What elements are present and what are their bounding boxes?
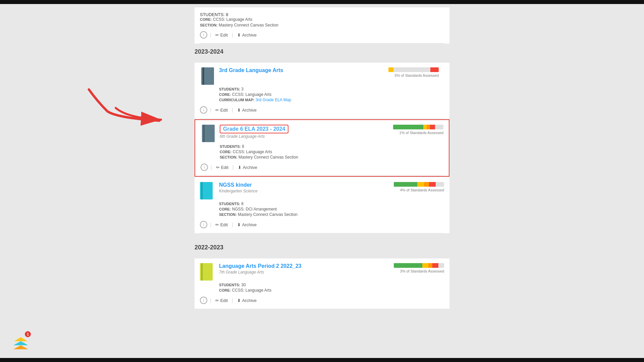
g6-students-label: STUDENTS: [220, 144, 241, 148]
stub-sep1: | [210, 32, 211, 38]
3rd-edit-icon: ✏ [215, 108, 219, 113]
stub-section-value: Mastery Connect Canvas Section [219, 23, 278, 27]
g6-edit-button[interactable]: ✏ Edit [215, 164, 230, 171]
main-scroll-area: STUDENTS: 8 CORE: CCSS: Language Arts SE… [0, 4, 644, 358]
g6-archive-button[interactable]: ⬇ Archive [236, 164, 259, 171]
ngss-section-label: SECTION: [219, 213, 237, 217]
stub-archive-icon: ⬇ [237, 33, 241, 38]
bar-segment-red [430, 67, 439, 72]
page-wrapper: STUDENTS: 8 CORE: CCSS: Language Arts SE… [0, 0, 644, 362]
ngss-bar [394, 182, 444, 187]
ngss-edit-button[interactable]: ✏ Edit [214, 222, 229, 228]
la-sep2: | [232, 298, 233, 303]
stub-core-value: CCSS: Language Arts [213, 17, 252, 22]
content-column: STUDENTS: 8 CORE: CCSS: Language Arts SE… [195, 4, 449, 315]
notification-badge[interactable]: 1 [10, 330, 32, 352]
g6-core-label: CORE: [220, 150, 231, 154]
langarts-spine [201, 263, 203, 281]
g6-sep2: | [232, 165, 234, 170]
ngss-archive-label: Archive [242, 222, 257, 227]
g6-edit-label: Edit [221, 165, 228, 170]
la-edit-button[interactable]: ✏ Edit [214, 297, 229, 304]
ngss-spine [201, 182, 203, 199]
3rd-grade-thumb [200, 67, 215, 85]
3rd-archive-icon: ⬇ [237, 108, 241, 113]
g6-section-label: SECTION: [220, 155, 237, 159]
grade6-actions: i | ✏ Edit | ⬇ Archive [195, 160, 449, 176]
langarts-core-line: CORE: CCSS: Language Arts [219, 288, 444, 293]
la-info-circle[interactable]: i [200, 297, 207, 304]
3rd-curric-link[interactable]: 3rd Grade ELA Map [256, 98, 291, 102]
g6-bar-yellow [423, 125, 427, 129]
tracker-ngss-kinder: NGSS kinder Kindergarten Science [195, 177, 449, 233]
la-info-icon: i [203, 298, 204, 303]
ngss-actions: i | ✏ Edit | ⬇ Archive [195, 218, 449, 233]
g6-bar-gray [435, 125, 443, 129]
stub-core-line: CORE: CCSS: Language Arts [200, 17, 444, 22]
g6-info-circle[interactable]: i [201, 164, 208, 171]
stub-sep2: | [232, 32, 233, 38]
ngss-header: NGSS kinder Kindergarten Science [195, 177, 449, 199]
grade6-info: Grade 6 ELA 2023 - 2024 6th Grade Langua… [220, 125, 386, 139]
la-core-label: CORE: [219, 288, 231, 292]
stub-students-value: 8 [226, 12, 228, 17]
grade6-spine [203, 125, 205, 142]
g6-archive-label: Archive [243, 165, 257, 170]
stub-students-line: STUDENTS: 8 [200, 12, 444, 17]
bottom-bar [0, 358, 644, 362]
grade6-core-line: CORE: CCSS: Language Arts [220, 149, 443, 154]
ngss-students-line: STUDENTS: 8 [219, 201, 444, 206]
g6-divider [201, 176, 443, 176]
tracker-3rd-grade: 3rd Grade Language Arts 5% of Standards … [195, 63, 449, 119]
langarts-thumb [200, 263, 215, 281]
stub-archive-button[interactable]: ⬇ Archive [236, 32, 258, 38]
langarts-notebook-icon [200, 263, 213, 281]
year-2022-label-wrap: 2022-2023 [195, 244, 449, 258]
ngss-standards: 4% of Standards Assessed [387, 182, 444, 192]
3rd-grade-standards: 5% of Standards Assessed [387, 67, 444, 77]
3rd-curric-label: CURRICULUM MAP: [219, 98, 255, 102]
langarts-info: Language Arts Period 2 2022_23 7th Grade… [219, 263, 387, 275]
la-bar-yellow [422, 263, 428, 268]
3rd-grade-actions: i | ✏ Edit | ⬇ Archive [195, 103, 449, 118]
year-2023-section: 2023-2024 3rd Grade Language Arts [195, 48, 449, 239]
3rd-edit-button[interactable]: ✏ Edit [214, 107, 229, 113]
top-bar [0, 0, 644, 4]
stub-info-circle[interactable]: i [200, 31, 207, 39]
year-2022-label: 2022-2023 [195, 244, 449, 251]
ngss-title[interactable]: NGSS kinder [219, 182, 252, 188]
stub-archive-label: Archive [242, 33, 257, 38]
langarts-title[interactable]: Language Arts Period 2 2022_23 [219, 263, 302, 269]
la-archive-button[interactable]: ⬇ Archive [236, 297, 258, 304]
la-edit-label: Edit [220, 298, 228, 303]
year-2022-section: 2022-2023 Language Arts Period 2 2022_23… [195, 244, 449, 315]
stub-edit-button[interactable]: ✏ Edit [214, 32, 229, 38]
ngss-sep2: | [232, 222, 233, 227]
g6-sep1: | [211, 165, 212, 170]
stub-actions: i | ✏ Edit | ⬇ Archive [200, 28, 444, 39]
grade6-notebook-icon [202, 125, 215, 142]
langarts-meta: STUDENTS: 30 CORE: CCSS: Language Arts [195, 281, 449, 293]
ngss-notebook-icon [200, 182, 213, 199]
langarts-students-line: STUDENTS: 30 [219, 283, 444, 287]
ngss-info-circle[interactable]: i [200, 221, 207, 228]
grade6-title[interactable]: Grade 6 ELA 2023 - 2024 [223, 126, 285, 132]
ngss-core-line: CORE: NGSS: DCI Arrangement [219, 207, 444, 212]
info-icon: i [203, 33, 204, 37]
ngss-archive-icon: ⬇ [237, 222, 241, 227]
3rd-info-circle[interactable]: i [200, 106, 207, 114]
ngss-divider [200, 233, 444, 233]
3rd-grade-bar [388, 67, 439, 72]
3rd-grade-title[interactable]: 3rd Grade Language Arts [219, 67, 283, 73]
g6-bar-green [393, 125, 423, 129]
ngss-section-value: Mastery Connect Canvas Section [238, 212, 298, 217]
ngss-core-label: CORE: [219, 207, 231, 211]
g6-students-value: 8 [242, 144, 244, 149]
grade6-standards-label: 1% of Standards Assessed [399, 131, 443, 135]
notif-dot: 1 [25, 331, 31, 337]
la-students-label: STUDENTS: [219, 283, 240, 287]
ngss-archive-button[interactable]: ⬇ Archive [236, 222, 258, 228]
stub-divider [200, 43, 444, 44]
3rd-archive-button[interactable]: ⬇ Archive [236, 107, 258, 113]
ngss-edit-label: Edit [220, 222, 228, 227]
